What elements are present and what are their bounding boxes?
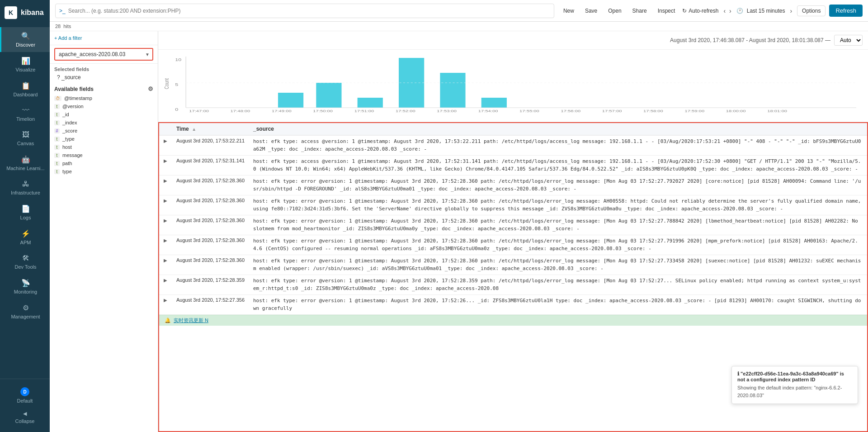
source-col-header[interactable]: _source xyxy=(250,123,867,135)
time-cell: August 3rd 2020, 17:52:28.360 xyxy=(173,215,250,235)
field-item-type2[interactable]: t type xyxy=(50,167,158,176)
source-cell: host: efk type: error @version: 1 @times… xyxy=(250,195,867,215)
results-tbody: ▶ August 3rd 2020, 17:53:22.211 host: ef… xyxy=(159,135,867,315)
time-cell: August 3rd 2020, 17:52:27.356 xyxy=(173,295,250,315)
expand-cell: ▶ xyxy=(159,235,173,255)
field-type-timestamp: ⏱ xyxy=(54,96,61,101)
field-item-version[interactable]: t @version xyxy=(50,102,158,110)
share-button[interactable]: Share xyxy=(629,6,651,16)
table-row: ▶ August 3rd 2020, 17:52:28.360 host: ef… xyxy=(159,215,867,235)
field-name-score: _score xyxy=(62,128,77,133)
sidebar-item-infrastructure[interactable]: 🖧 Infrastructure xyxy=(0,176,50,200)
time-col-header[interactable]: Time ▲ xyxy=(173,123,250,135)
expand-button[interactable]: ▶ xyxy=(163,198,168,203)
sidebar-label-monitoring: Monitoring xyxy=(14,289,37,294)
index-pattern-select[interactable]: apache_access-2020.08.03 xyxy=(54,48,153,61)
expand-cell: ▶ xyxy=(159,156,173,176)
sidebar-item-devtools[interactable]: 🛠 Dev Tools xyxy=(0,250,50,274)
new-button[interactable]: New xyxy=(560,6,578,16)
refresh-button[interactable]: Refresh xyxy=(829,5,863,17)
chart-area: 10 5 0 xyxy=(158,50,868,122)
svg-text:17:58:00: 17:58:00 xyxy=(643,109,663,113)
field-item-id[interactable]: t _id xyxy=(50,110,158,119)
time-range-label: Last 15 minutes xyxy=(747,8,785,14)
sidebar: K kibana 🔍 Discover 📊 Visualize 📋 Dashbo… xyxy=(0,0,50,432)
sidebar-item-management[interactable]: ⚙ Management xyxy=(0,299,50,324)
sidebar-item-logs[interactable]: 📄 Logs xyxy=(0,200,50,225)
sidebar-label-discover: Discover xyxy=(16,42,35,47)
sidebar-label-canvas: Canvas xyxy=(17,141,34,146)
expand-button[interactable]: ▶ xyxy=(163,218,168,223)
svg-text:17:53:00: 17:53:00 xyxy=(437,109,457,113)
results-area: Time ▲ _source ▶ August 3rd 2020, 17:53:… xyxy=(158,122,868,432)
topbar-actions: New Save Open Share Inspect ↻ Auto-refre… xyxy=(560,5,863,17)
sidebar-item-apm[interactable]: ⚡ APM xyxy=(0,225,50,250)
time-cell: August 3rd 2020, 17:52:28.359 xyxy=(173,275,250,295)
svg-text:17:49:00: 17:49:00 xyxy=(272,109,292,113)
field-item-type[interactable]: t _type xyxy=(50,135,158,143)
svg-text:17:51:00: 17:51:00 xyxy=(354,109,374,113)
table-row: ▶ August 3rd 2020, 17:52:28.359 host: ef… xyxy=(159,275,867,295)
date-range-bar: August 3rd 2020, 17:46:38.087 - August 3… xyxy=(158,31,868,50)
notification-link[interactable]: 实时资讯更新 N xyxy=(174,317,208,324)
sidebar-user[interactable]: D Default xyxy=(3,384,47,407)
expand-button[interactable]: ▶ xyxy=(163,298,168,303)
expand-button[interactable]: ▶ xyxy=(163,258,168,263)
expand-button[interactable]: ▶ xyxy=(163,138,168,143)
expand-cell: ▶ xyxy=(159,275,173,295)
time-prev[interactable]: ‹ xyxy=(722,7,727,14)
dashboard-icon: 📋 xyxy=(21,81,30,90)
sidebar-item-dashboard[interactable]: 📋 Dashboard xyxy=(0,77,50,102)
sidebar-item-visualize[interactable]: 📊 Visualize xyxy=(0,52,50,77)
sidebar-item-discover[interactable]: 🔍 Discover xyxy=(0,27,50,52)
time-sort-icon: ▲ xyxy=(192,127,196,132)
right-panel: August 3rd 2020, 17:46:38.087 - August 3… xyxy=(158,31,868,432)
expand-cell: ▶ xyxy=(159,215,173,235)
time-cell: August 3rd 2020, 17:52:28.360 xyxy=(173,195,250,215)
field-item-index[interactable]: t _index xyxy=(50,119,158,127)
time-range-expand[interactable]: › xyxy=(788,7,793,14)
open-button[interactable]: Open xyxy=(604,6,625,16)
save-button[interactable]: Save xyxy=(581,6,601,16)
field-name-timestamp: @timestamp xyxy=(64,95,92,101)
field-item-path[interactable]: t path xyxy=(50,159,158,167)
field-item-timestamp[interactable]: ⏱ @timestamp xyxy=(50,94,158,102)
field-item-host[interactable]: t host xyxy=(50,143,158,151)
gear-icon[interactable]: ⚙ xyxy=(148,85,153,92)
svg-text:10: 10 xyxy=(175,57,181,62)
sidebar-item-canvas[interactable]: 🖼 Canvas xyxy=(0,126,50,151)
sidebar-item-ml[interactable]: 🤖 Machine Learni... xyxy=(0,151,50,176)
search-input[interactable] xyxy=(68,8,550,14)
svg-text:17:57:00: 17:57:00 xyxy=(602,109,622,113)
hits-count: 28 xyxy=(55,24,61,29)
expand-button[interactable]: ▶ xyxy=(163,158,168,163)
field-item-score[interactable]: # _score xyxy=(50,127,158,135)
expand-button[interactable]: ▶ xyxy=(163,278,168,283)
source-cell: host: efk type: error @version: 1 @times… xyxy=(250,215,867,235)
time-next[interactable]: › xyxy=(728,7,733,14)
hits-label: hits xyxy=(63,24,71,29)
filter-area: + Add a filter xyxy=(50,31,158,45)
sidebar-item-timelion[interactable]: 〰 Timelion xyxy=(0,102,50,126)
source-cell: host: efk type: access @version: 1 @time… xyxy=(250,135,867,156)
sidebar-label-apm: APM xyxy=(20,240,31,245)
bar-5 xyxy=(358,98,383,108)
time-cell: August 3rd 2020, 17:52:28.360 xyxy=(173,235,250,255)
time-cell: August 3rd 2020, 17:53:22.211 xyxy=(173,135,250,156)
auto-refresh-toggle[interactable]: ↻ Auto-refresh xyxy=(682,8,718,14)
bar-8 xyxy=(481,98,507,108)
inspect-button[interactable]: Inspect xyxy=(654,6,679,16)
sidebar-label-management: Management xyxy=(11,314,40,319)
field-type-path: t xyxy=(54,161,60,166)
field-item-message[interactable]: t message xyxy=(50,151,158,159)
sidebar-collapse[interactable]: ◀ Collapse xyxy=(3,407,47,427)
expand-button[interactable]: ▶ xyxy=(163,178,168,183)
add-filter-link[interactable]: + Add a filter xyxy=(54,35,82,41)
interval-select[interactable]: Auto xyxy=(834,35,863,46)
sidebar-item-monitoring[interactable]: 📡 Monitoring xyxy=(0,274,50,299)
options-button[interactable]: Options xyxy=(797,5,826,16)
expand-button[interactable]: ▶ xyxy=(163,238,168,243)
source-cell: host: efk type: error @version: 1 @times… xyxy=(250,176,867,195)
selected-field-source[interactable]: ? _source xyxy=(50,73,158,82)
time-cell: August 3rd 2020, 17:52:31.141 xyxy=(173,156,250,176)
